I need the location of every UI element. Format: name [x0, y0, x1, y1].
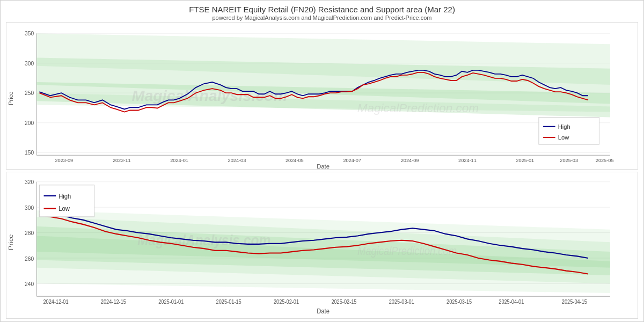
- svg-text:320: 320: [25, 178, 34, 185]
- svg-text:High: High: [58, 192, 71, 200]
- top-chart: 350 300 250 200 150 Price 2023-09 2023-1…: [6, 22, 638, 170]
- svg-text:Date: Date: [317, 307, 330, 315]
- svg-text:MagicalPrediction.com: MagicalPrediction.com: [357, 101, 479, 115]
- svg-text:MagicalPrediction.com: MagicalPrediction.com: [357, 244, 457, 257]
- svg-text:200: 200: [25, 120, 34, 126]
- svg-text:MagicalAnalysis.com: MagicalAnalysis.com: [132, 87, 288, 105]
- page-container: FTSE NAREIT Equity Retail (FN20) Resista…: [0, 0, 644, 322]
- svg-text:2023-09: 2023-09: [55, 158, 74, 163]
- svg-text:2025-04-15: 2025-04-15: [562, 298, 587, 305]
- svg-text:300: 300: [25, 204, 34, 211]
- svg-text:2025-01: 2025-01: [516, 158, 535, 163]
- svg-text:2024-09: 2024-09: [401, 158, 419, 163]
- bottom-chart: 320 300 280 260 240 Price 2024-12-01 202…: [6, 172, 638, 319]
- svg-text:Low: Low: [58, 204, 70, 213]
- svg-text:2025-02-01: 2025-02-01: [274, 298, 299, 305]
- svg-text:350: 350: [25, 31, 34, 36]
- main-title: FTSE NAREIT Equity Retail (FN20) Resista…: [1, 5, 643, 14]
- svg-text:260: 260: [25, 254, 34, 261]
- svg-text:2025-02-15: 2025-02-15: [331, 298, 356, 305]
- svg-text:2024-12-15: 2024-12-15: [101, 298, 126, 305]
- svg-text:2025-05: 2025-05: [596, 158, 614, 163]
- svg-text:2023-11: 2023-11: [113, 158, 131, 163]
- svg-text:Price: Price: [8, 92, 14, 105]
- svg-text:2025-01-15: 2025-01-15: [216, 298, 241, 305]
- svg-text:150: 150: [25, 150, 34, 156]
- svg-text:2024-07: 2024-07: [343, 158, 361, 163]
- svg-text:MagicalAnalysis.com: MagicalAnalysis.com: [137, 231, 270, 248]
- svg-text:Price: Price: [8, 234, 14, 250]
- svg-text:2024-11: 2024-11: [458, 158, 477, 163]
- svg-text:2025-03: 2025-03: [560, 158, 578, 163]
- svg-text:2024-05: 2024-05: [286, 158, 304, 163]
- top-chart-svg: 350 300 250 200 150 Price 2023-09 2023-1…: [6, 23, 638, 169]
- subtitle: powered by MagicalAnalysis.com and Magic…: [1, 14, 643, 21]
- svg-text:2024-03: 2024-03: [228, 158, 246, 163]
- svg-text:Low: Low: [558, 134, 570, 141]
- svg-text:300: 300: [25, 61, 34, 67]
- svg-text:High: High: [558, 123, 570, 130]
- svg-text:280: 280: [25, 229, 34, 236]
- svg-text:2024-12-01: 2024-12-01: [43, 298, 69, 305]
- bottom-chart-svg: 320 300 280 260 240 Price 2024-12-01 202…: [6, 172, 638, 319]
- svg-text:250: 250: [25, 90, 34, 96]
- svg-text:2025-03-15: 2025-03-15: [447, 298, 472, 305]
- svg-text:240: 240: [25, 280, 34, 287]
- svg-text:2024-01: 2024-01: [170, 158, 188, 163]
- chart-header: FTSE NAREIT Equity Retail (FN20) Resista…: [1, 1, 643, 22]
- svg-text:2025-03-01: 2025-03-01: [389, 298, 414, 305]
- svg-text:Date: Date: [317, 164, 330, 169]
- svg-text:2025-04-01: 2025-04-01: [499, 298, 524, 305]
- svg-text:2025-01-01: 2025-01-01: [158, 298, 184, 305]
- charts-area: 350 300 250 200 150 Price 2023-09 2023-1…: [1, 22, 643, 321]
